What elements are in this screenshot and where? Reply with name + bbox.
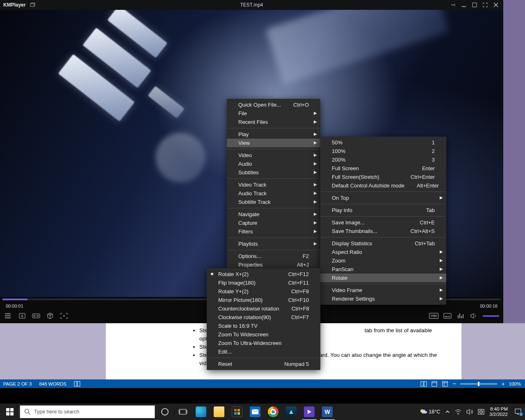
menu-rotate-mirror-picture-180[interactable]: Mirror Picture(180)Ctrl+F10 <box>207 296 320 304</box>
hw-badge[interactable]: HW <box>429 313 438 319</box>
menu-main-properties[interactable]: PropertiesAlt+J <box>227 260 320 269</box>
context-menu-view: 50%1100%2200%3Full ScreenEnterFull Scree… <box>320 137 446 305</box>
menu-rotate-reset[interactable]: ResetNumpad 5 <box>207 360 320 368</box>
pin-icon[interactable] <box>448 1 458 9</box>
chevron-up-icon[interactable] <box>445 409 450 414</box>
restore-icon[interactable] <box>30 2 36 7</box>
svg-rect-3 <box>424 381 427 386</box>
menu-main-video[interactable]: Video▶ <box>227 151 320 160</box>
task-view-icon[interactable] <box>174 404 192 420</box>
menu-main-subtitle-track[interactable]: Subtitle Track▶ <box>227 198 320 206</box>
notifications-icon[interactable]: 9 <box>514 408 522 415</box>
app-edge[interactable] <box>192 404 210 420</box>
menu-rotate-counterclockwise-rotation[interactable]: Counterclockwise rotationCtrl+F8 <box>207 304 320 313</box>
menu-view-50[interactable]: 50%1 <box>320 138 446 147</box>
menu-view-save-image[interactable]: Save Image...Ctrl+E <box>320 218 446 227</box>
word-word-count[interactable]: 848 WORDS <box>39 381 66 386</box>
app-steam[interactable]: ▲ <box>282 404 300 420</box>
svg-rect-38 <box>178 411 180 413</box>
subtitle-icon[interactable] <box>443 312 452 320</box>
print-layout-icon[interactable] <box>431 381 438 387</box>
menu-view-rotate[interactable]: Rotate▶ <box>320 274 446 282</box>
menu-main-play[interactable]: Play▶ <box>227 130 320 139</box>
app-kmplayer[interactable] <box>300 404 318 420</box>
zoom-in[interactable]: + <box>501 381 504 387</box>
taskbar-clock[interactable]: 8:40 PM 3/2/2022 <box>489 406 509 417</box>
cortana-icon[interactable] <box>156 404 174 420</box>
menu-main-video-track[interactable]: Video Track▶ <box>227 180 320 189</box>
menu-rotate-clockwise-rotation-90[interactable]: Clockwise rotation(90)Ctrl+F7 <box>207 313 320 322</box>
zoom-out[interactable]: − <box>452 382 456 386</box>
cube-icon[interactable] <box>46 312 54 320</box>
read-mode-icon[interactable] <box>420 381 427 387</box>
taskbar-search[interactable]: Type here to search <box>20 405 155 418</box>
menu-rotate-rotate-y-2[interactable]: Rotate Y+(2)Ctrl+F9 <box>207 287 320 296</box>
book-icon[interactable] <box>74 381 80 387</box>
menu-view-renderer-settings[interactable]: Renderer Settings▶ <box>320 294 446 303</box>
vr-icon[interactable] <box>32 312 40 320</box>
menu-main-filters[interactable]: Filters▶ <box>227 227 320 236</box>
menu-main-capture[interactable]: Capture▶ <box>227 219 320 227</box>
fullscreen-button[interactable] <box>480 1 490 9</box>
menu-view-default-control-autohide-mode[interactable]: Default Control Autohide modeAlt+Enter <box>320 181 446 190</box>
menu-main-audio[interactable]: Audio▶ <box>227 160 320 168</box>
network-icon[interactable] <box>455 409 461 415</box>
equalizer-icon[interactable] <box>457 312 465 320</box>
menu-view-save-thumbnails[interactable]: Save Thumbnails...Ctrl+Alt+S <box>320 227 446 235</box>
zoom-slider[interactable] <box>460 383 497 385</box>
svg-point-46 <box>458 414 459 415</box>
svg-rect-32 <box>6 412 9 415</box>
app-mail[interactable] <box>246 404 264 420</box>
menu-rotate-zoom-to-ultra-widescreen[interactable]: Zoom To Ultra-Widescreen <box>207 339 320 347</box>
menu-main-playlists[interactable]: Playlists▶ <box>227 240 320 248</box>
sound-icon[interactable] <box>466 409 473 415</box>
app-word[interactable]: W <box>318 404 336 420</box>
playlist-icon[interactable] <box>4 312 12 320</box>
weather-icon[interactable]: 18°C <box>420 409 440 415</box>
menu-main-view[interactable]: View▶ <box>227 139 320 147</box>
menu-view-aspect-ratio[interactable]: Aspect Ratio▶ <box>320 248 446 256</box>
web-layout-icon[interactable] <box>442 381 448 387</box>
app-name: KMPlayer <box>0 2 29 8</box>
menu-view-on-top[interactable]: On Top▶ <box>320 194 446 202</box>
download-icon[interactable] <box>18 312 26 320</box>
menu-main-quick-open-file[interactable]: Quick Open File...Ctrl+O <box>227 100 320 109</box>
menu-view-zoom[interactable]: Zoom▶ <box>320 256 446 265</box>
minimize-button[interactable] <box>459 1 469 9</box>
maximize-button[interactable] <box>470 1 479 9</box>
menu-rotate-zoom-to-widescreen[interactable]: Zoom To Widescreen <box>207 330 320 339</box>
context-menu-rotate: Rotate X+(2)Ctrl+F12Flip Image(180)Ctrl+… <box>207 268 320 370</box>
zoom-level[interactable]: 100% <box>509 381 521 386</box>
menu-view-video-frame[interactable]: Video Frame▶ <box>320 286 446 294</box>
start-button[interactable] <box>0 404 20 420</box>
app-chrome[interactable] <box>264 404 282 420</box>
svg-rect-39 <box>186 411 187 413</box>
menu-view-panscan[interactable]: PanScan▶ <box>320 265 446 274</box>
menu-view-full-screen-stretch[interactable]: Full Screen(Stretch)Ctrl+Enter <box>320 173 446 181</box>
app-explorer[interactable] <box>210 404 228 420</box>
menu-rotate-scale-to-16-9-tv[interactable]: Scale to 16:9 TV <box>207 322 320 330</box>
search-placeholder: Type here to search <box>34 409 79 415</box>
menu-rotate-edit[interactable]: Edit... <box>207 347 320 356</box>
volume-slider[interactable] <box>483 315 499 317</box>
menu-view-full-screen[interactable]: Full ScreenEnter <box>320 164 446 173</box>
volume-icon[interactable] <box>470 312 478 320</box>
menu-rotate-rotate-x-2[interactable]: Rotate X+(2)Ctrl+F12 <box>207 270 320 278</box>
menu-view-display-statistics[interactable]: Display StatisticsCtrl+Tab <box>320 239 446 248</box>
focus-icon[interactable] <box>60 312 68 320</box>
language-icon[interactable] <box>478 409 484 415</box>
menu-main-subtitles[interactable]: Subtitles▶ <box>227 168 320 177</box>
close-button[interactable] <box>491 1 501 9</box>
word-page-count[interactable]: PAGE 2 OF 3 <box>3 381 32 386</box>
svg-point-34 <box>25 409 29 413</box>
menu-view-200[interactable]: 200%3 <box>320 155 446 164</box>
menu-main-navigate[interactable]: Navigate▶ <box>227 210 320 219</box>
menu-rotate-flip-image-180[interactable]: Flip Image(180)Ctrl+F11 <box>207 278 320 287</box>
menu-main-options[interactable]: Options...F2 <box>227 252 320 260</box>
app-store[interactable] <box>228 404 246 420</box>
menu-main-file[interactable]: File▶ <box>227 109 320 118</box>
menu-view-play-info[interactable]: Play infoTab <box>320 206 446 215</box>
menu-main-audio-track[interactable]: Audio Track▶ <box>227 189 320 198</box>
menu-main-recent-files[interactable]: Recent Files▶ <box>227 118 320 126</box>
menu-view-100[interactable]: 100%2 <box>320 147 446 155</box>
